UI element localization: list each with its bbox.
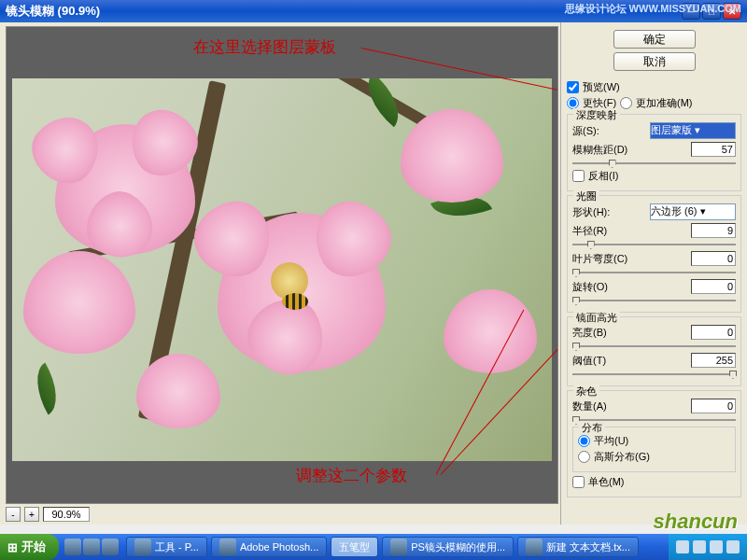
gaussian-radio[interactable] <box>578 451 590 463</box>
zoom-bar: - + <box>0 504 560 525</box>
gaussian-label: 高斯分布(G) <box>594 450 650 464</box>
curvature-label: 叶片弯度(C) <box>572 252 691 266</box>
rotation-slider[interactable] <box>572 297 736 304</box>
task-ime[interactable]: 五笔型 <box>331 537 378 557</box>
specular-group: 镜面高光 亮度(B) 阈值(T) <box>567 316 741 386</box>
task-tool[interactable]: 工具 - P... <box>126 537 207 557</box>
shape-select[interactable]: 六边形 (6) ▾ <box>650 203 736 220</box>
iris-title: 光圈 <box>573 189 599 203</box>
uniform-radio[interactable] <box>578 435 590 447</box>
curvature-slider[interactable] <box>572 269 736 276</box>
task-photoshop[interactable]: Adobe Photosh... <box>211 537 327 557</box>
threshold-field[interactable] <box>691 353 736 368</box>
shape-label: 形状(H): <box>572 205 650 219</box>
depth-title: 深度映射 <box>573 108 620 122</box>
zoom-field[interactable] <box>43 507 90 522</box>
tray-icon[interactable] <box>710 540 723 553</box>
photo-image <box>12 78 552 461</box>
zoom-out-button[interactable]: - <box>6 507 21 522</box>
invert-label: 反相(I) <box>588 169 618 183</box>
brightness-slider[interactable] <box>572 343 736 350</box>
specular-title: 镜面高光 <box>573 311 620 325</box>
brightness-label: 亮度(B) <box>572 326 691 340</box>
iris-group: 光圈 形状(H): 六边形 (6) ▾ 半径(R) 叶片弯度(C) 旋转(O) <box>567 195 741 313</box>
source-label: 源(S): <box>572 124 650 138</box>
rotation-label: 旋转(O) <box>572 280 691 294</box>
app-icon <box>390 539 407 555</box>
preview-canvas[interactable]: 在这里选择图层蒙板 <box>6 26 558 504</box>
accurate-label: 更加准确(M) <box>636 96 693 110</box>
radius-label: 半径(R) <box>572 224 691 238</box>
noise-group: 杂色 数量(A) 分布 平均(U) 高斯分布(G) 单色(M) <box>567 390 741 497</box>
cancel-button[interactable]: 取消 <box>613 52 696 71</box>
taskbar: ⊞ 开始 工具 - P... Adobe Photosh... 五笔型 PS镜头… <box>0 534 747 560</box>
focus-field[interactable] <box>691 142 736 157</box>
settings-panel: 确定 取消 预览(W) 更快(F) 更加准确(M) 深度映射 源(S): 图层蒙… <box>560 22 747 525</box>
threshold-label: 阈值(T) <box>572 354 691 368</box>
annotation-top: 在这里选择图层蒙板 <box>193 36 336 58</box>
start-button[interactable]: ⊞ 开始 <box>0 534 59 560</box>
threshold-slider[interactable] <box>572 371 736 378</box>
app-icon <box>526 539 543 555</box>
title-bar: 镜头模糊 (90.9%) 思缘设计论坛 WWW.MISSYUAN.COM ─ □… <box>0 0 747 22</box>
forum-watermark: 思缘设计论坛 WWW.MISSYUAN.COM <box>565 2 741 16</box>
preview-label: 预览(W) <box>583 80 620 94</box>
annotation-bottom: 调整这二个参数 <box>296 465 407 486</box>
mono-checkbox[interactable] <box>572 476 585 488</box>
app-icon <box>219 539 236 555</box>
depth-group: 深度映射 源(S): 图层蒙版 ▾ 模糊焦距(D) 反相(I) <box>567 114 741 191</box>
focus-slider[interactable] <box>572 160 736 167</box>
task-notepad[interactable]: 新建 文本文档.tx... <box>517 537 639 557</box>
distribution-title: 分布 <box>579 421 605 435</box>
quicklaunch-icon[interactable] <box>64 539 81 555</box>
app-icon <box>134 539 151 555</box>
zoom-in-button[interactable]: + <box>24 507 39 522</box>
window-title: 镜头模糊 (90.9%) <box>6 3 100 20</box>
preview-pane: 在这里选择图层蒙板 <box>0 22 560 525</box>
source-select[interactable]: 图层蒙版 ▾ <box>650 122 736 139</box>
noise-title: 杂色 <box>573 385 599 399</box>
preview-checkbox[interactable] <box>567 81 579 93</box>
task-lens[interactable]: PS镜头模糊的使用... <box>382 537 514 557</box>
windows-icon: ⊞ <box>7 540 18 554</box>
focus-label: 模糊焦距(D) <box>572 143 691 157</box>
tray-icon[interactable] <box>726 540 740 553</box>
tray-icon[interactable] <box>693 540 706 553</box>
invert-checkbox[interactable] <box>572 170 585 182</box>
amount-label: 数量(A) <box>572 399 691 413</box>
curvature-field[interactable] <box>691 251 736 266</box>
distribution-group: 分布 平均(U) 高斯分布(G) <box>572 427 736 472</box>
radius-field[interactable] <box>691 223 736 238</box>
quicklaunch-icon[interactable] <box>102 539 119 555</box>
quicklaunch-icon[interactable] <box>83 539 100 555</box>
mono-label: 单色(M) <box>588 475 625 489</box>
amount-field[interactable] <box>691 399 736 413</box>
accurate-radio[interactable] <box>620 97 632 109</box>
quick-launch <box>59 539 124 555</box>
ok-button[interactable]: 确定 <box>613 30 696 49</box>
watermark-logo: shancun <box>654 510 738 534</box>
rotation-field[interactable] <box>691 279 736 294</box>
tray-icon[interactable] <box>676 540 689 553</box>
bee <box>282 293 308 310</box>
brightness-field[interactable] <box>691 325 736 340</box>
radius-slider[interactable] <box>572 241 736 248</box>
uniform-label: 平均(U) <box>594 434 628 448</box>
system-tray[interactable] <box>669 534 747 560</box>
